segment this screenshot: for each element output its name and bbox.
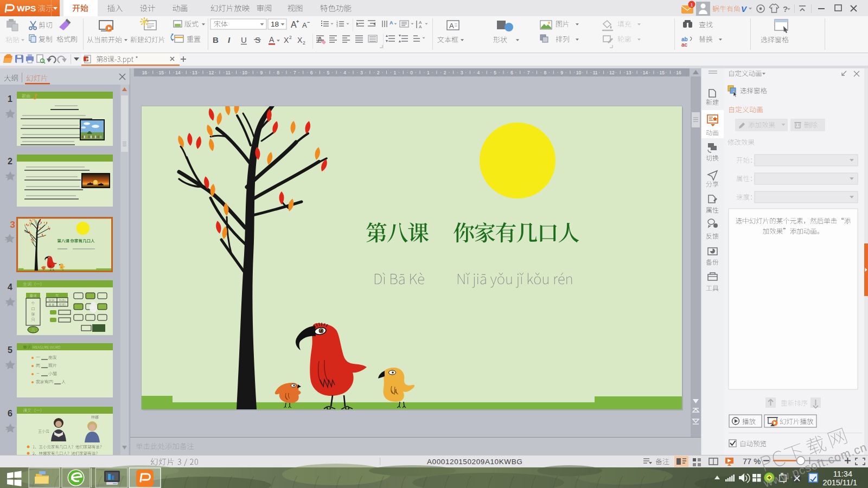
svg-text:4: 4 bbox=[343, 70, 346, 75]
svg-text:A: A bbox=[419, 24, 422, 29]
svg-text:4: 4 bbox=[8, 282, 12, 292]
svg-text:2: 2 bbox=[303, 40, 305, 46]
svg-text:ac: ac bbox=[681, 42, 688, 48]
svg-text:1: 1 bbox=[427, 70, 430, 75]
svg-text:A: A bbox=[269, 35, 275, 44]
svg-text:9: 9 bbox=[560, 70, 563, 75]
svg-text:7: 7 bbox=[293, 70, 296, 75]
svg-text:16: 16 bbox=[142, 70, 148, 75]
svg-text:6: 6 bbox=[510, 70, 513, 75]
svg-text:6: 6 bbox=[8, 409, 12, 418]
svg-text:12: 12 bbox=[609, 70, 615, 75]
svg-text:A: A bbox=[302, 21, 307, 29]
svg-text:3: 3 bbox=[360, 70, 363, 75]
svg-text:−: − bbox=[307, 20, 310, 25]
svg-text:P: P bbox=[86, 57, 90, 62]
svg-text:A: A bbox=[390, 20, 393, 25]
svg-text:3: 3 bbox=[336, 24, 338, 28]
svg-text:14: 14 bbox=[643, 70, 648, 75]
svg-text:A: A bbox=[449, 22, 454, 30]
svg-text:11:34: 11:34 bbox=[833, 470, 852, 478]
svg-text:5: 5 bbox=[494, 70, 496, 75]
svg-text:8: 8 bbox=[277, 70, 279, 75]
svg-text:77 %: 77 % bbox=[743, 457, 761, 466]
svg-text:18: 18 bbox=[271, 20, 279, 28]
svg-text:10: 10 bbox=[242, 70, 247, 75]
svg-text:4: 4 bbox=[477, 70, 480, 75]
svg-text:1: 1 bbox=[690, 2, 693, 8]
svg-text:9: 9 bbox=[260, 70, 263, 75]
svg-text:3: 3 bbox=[461, 70, 463, 75]
svg-text:5: 5 bbox=[327, 70, 329, 75]
svg-text:15: 15 bbox=[158, 70, 164, 75]
svg-text:?: ? bbox=[783, 4, 788, 14]
svg-text:+: + bbox=[296, 19, 299, 24]
svg-text:0: 0 bbox=[410, 70, 413, 75]
svg-text:2: 2 bbox=[289, 35, 292, 40]
svg-text:intel: intel bbox=[113, 482, 117, 485]
svg-text:1: 1 bbox=[8, 94, 12, 104]
svg-text:11: 11 bbox=[593, 70, 598, 75]
svg-text:16: 16 bbox=[676, 70, 681, 75]
svg-text:7: 7 bbox=[527, 70, 530, 75]
svg-text:A000120150209A10KWBG: A000120150209A10KWBG bbox=[427, 458, 522, 466]
svg-text:13: 13 bbox=[626, 70, 631, 75]
svg-text:2: 2 bbox=[444, 70, 446, 75]
svg-text:2: 2 bbox=[8, 157, 12, 166]
svg-text:12: 12 bbox=[209, 70, 214, 75]
svg-text:13: 13 bbox=[192, 70, 197, 75]
svg-text:10: 10 bbox=[576, 70, 582, 75]
svg-text:8: 8 bbox=[544, 70, 546, 75]
svg-text:14: 14 bbox=[175, 70, 181, 75]
svg-text:X: X bbox=[297, 36, 303, 44]
svg-text:3: 3 bbox=[10, 220, 15, 230]
svg-text:15: 15 bbox=[660, 70, 665, 75]
svg-text:2015/11/1: 2015/11/1 bbox=[823, 478, 857, 487]
svg-text:6: 6 bbox=[310, 70, 313, 75]
svg-text:11: 11 bbox=[226, 70, 231, 75]
svg-text:B: B bbox=[213, 35, 219, 44]
svg-text:5: 5 bbox=[8, 345, 12, 355]
svg-text:2: 2 bbox=[377, 70, 380, 75]
svg-text:U: U bbox=[241, 35, 247, 44]
svg-text:1: 1 bbox=[394, 70, 397, 75]
svg-text:X: X bbox=[284, 36, 289, 44]
svg-text:WPS: WPS bbox=[17, 4, 36, 13]
